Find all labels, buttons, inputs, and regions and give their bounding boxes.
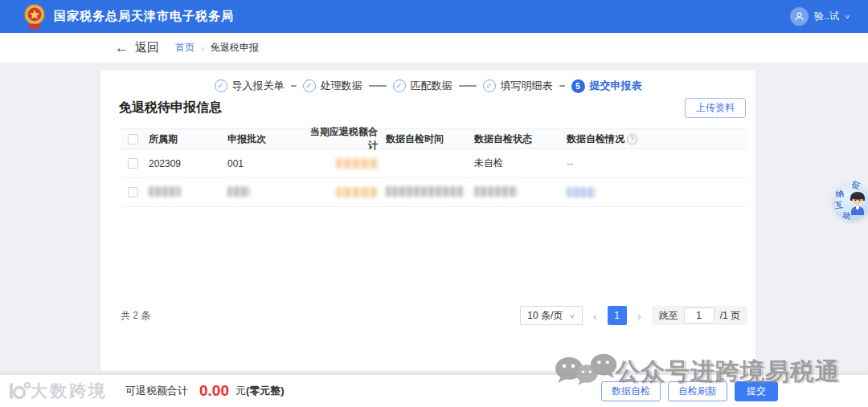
- person-icon: [794, 11, 805, 22]
- table-header-row: 所属期 申报批次 当期应退税额合计 数据自检时间 数据自检状态 数据自检情况 ?: [121, 128, 747, 149]
- refund-total-label: 可退税额合计: [125, 384, 188, 398]
- redacted-amount: [336, 158, 378, 169]
- cell-batch: 001: [225, 158, 301, 169]
- chevron-down-icon: ∨: [569, 312, 575, 319]
- tax-interaction-assistant-button[interactable]: 征 纳 互 动: [833, 181, 868, 223]
- check-circle-icon: ✓: [483, 79, 496, 92]
- jump-page-input[interactable]: [684, 307, 714, 324]
- column-header: 当期应退税额合计: [301, 125, 382, 153]
- redacted-value: [227, 186, 250, 197]
- pagination: 共 2 条 10 条/页 ∨ ‹ 1 › 跳至 /1 页: [121, 305, 747, 326]
- bottom-action-bar: 大数跨境 可退税额合计 0.00 元(零元整) 数据自检 自检刷新 提交: [0, 375, 868, 407]
- redacted-value: [386, 186, 464, 197]
- cell-check-status: 未自检: [470, 157, 563, 170]
- redacted-value: [567, 187, 596, 197]
- mascot-avatar-icon: [848, 191, 867, 215]
- national-emblem-icon: [23, 3, 47, 31]
- select-all-checkbox[interactable]: [128, 134, 138, 144]
- column-header: 数据自检状态: [470, 132, 563, 146]
- back-arrow-icon: ←: [115, 41, 129, 55]
- step-connector: [559, 85, 565, 87]
- step-fill-detail-form: ✓ 填写明细表: [483, 79, 553, 93]
- jump-label: 跳至: [659, 309, 678, 323]
- total-pages-label: /1 页: [720, 309, 740, 323]
- step-number-badge: 5: [571, 79, 585, 93]
- breadcrumb-separator: ›: [201, 43, 204, 53]
- page-title: 免退税待申报信息: [119, 100, 222, 116]
- back-label: 返回: [135, 40, 159, 55]
- step-connector: [369, 85, 387, 87]
- step-submit-declaration: 5 提交申报表: [571, 79, 642, 93]
- back-button[interactable]: ← 返回: [115, 40, 159, 55]
- check-circle-icon: ✓: [393, 79, 406, 92]
- column-header: 所属期: [145, 132, 225, 146]
- current-page-button[interactable]: 1: [608, 306, 627, 325]
- row-checkbox[interactable]: [128, 187, 138, 197]
- submit-button[interactable]: 提交: [735, 381, 778, 401]
- chevron-down-icon: ∨: [845, 14, 850, 20]
- column-header: 数据自检时间: [382, 132, 470, 146]
- user-menu[interactable]: 验..试 ∨: [790, 7, 850, 26]
- self-check-refresh-button[interactable]: 自检刷新: [668, 381, 727, 401]
- breadcrumb-current: 免退税申报: [211, 41, 259, 55]
- brand-watermark: 大数跨境: [6, 380, 108, 402]
- table-row: [121, 178, 747, 207]
- prev-page-button[interactable]: ‹: [591, 309, 600, 323]
- row-checkbox[interactable]: [128, 158, 138, 169]
- bottom-buttons: 数据自检 自检刷新 提交: [601, 381, 778, 401]
- step-process-data: ✓ 处理数据: [303, 79, 362, 93]
- page-size-select[interactable]: 10 条/页 ∨: [520, 306, 582, 325]
- upload-materials-button[interactable]: 上传资料: [685, 98, 746, 118]
- brand-logo-icon: [6, 381, 31, 401]
- step-match-data: ✓ 匹配数据: [393, 79, 452, 93]
- user-name: 验..试: [814, 10, 839, 23]
- redacted-amount: [336, 187, 378, 197]
- cell-period: 202309: [145, 158, 225, 169]
- app-header: 国家税务总局天津市电子税务局 验..试 ∨: [0, 0, 868, 33]
- column-header: 申报批次: [225, 132, 301, 146]
- next-page-button[interactable]: ›: [635, 309, 644, 323]
- page-jumper: 跳至 /1 页: [652, 306, 747, 325]
- breadcrumb-bar: ← 返回 首页 › 免退税申报: [0, 33, 868, 63]
- info-icon[interactable]: ?: [627, 134, 637, 144]
- redacted-value: [149, 186, 181, 197]
- check-circle-icon: ✓: [215, 79, 227, 92]
- data-self-check-button[interactable]: 数据自检: [601, 381, 661, 401]
- column-header: 数据自检情况 ?: [563, 132, 747, 146]
- declaration-table: 所属期 申报批次 当期应退税额合计 数据自检时间 数据自检状态 数据自检情况 ?…: [121, 128, 747, 207]
- redacted-value: [474, 186, 518, 197]
- cell-check-detail: --: [563, 158, 747, 169]
- step-connector: [459, 85, 477, 87]
- progress-stepper: ✓ 导入报关单 ✓ 处理数据 ✓ 匹配数据 ✓ 填写明细表 5 提交申报表: [100, 79, 755, 93]
- user-avatar: [790, 7, 809, 26]
- breadcrumb: 首页 › 免退税申报: [175, 41, 259, 55]
- declaration-panel: ✓ 导入报关单 ✓ 处理数据 ✓ 匹配数据 ✓ 填写明细表 5 提交申报表 免退…: [100, 71, 755, 371]
- check-circle-icon: ✓: [303, 79, 316, 92]
- step-connector: [291, 85, 297, 87]
- refund-total-amount: 0.00: [199, 382, 229, 400]
- total-count-label: 共 2 条: [121, 309, 150, 323]
- step-import-customs-form: ✓ 导入报关单: [215, 79, 285, 93]
- app-title: 国家税务总局天津市电子税务局: [54, 9, 234, 24]
- breadcrumb-home-link[interactable]: 首页: [175, 41, 194, 55]
- brand-name: 大数跨境: [31, 380, 108, 402]
- table-row: 202309 001 未自检 --: [121, 149, 747, 178]
- refund-unit: 元(零元整): [235, 384, 285, 398]
